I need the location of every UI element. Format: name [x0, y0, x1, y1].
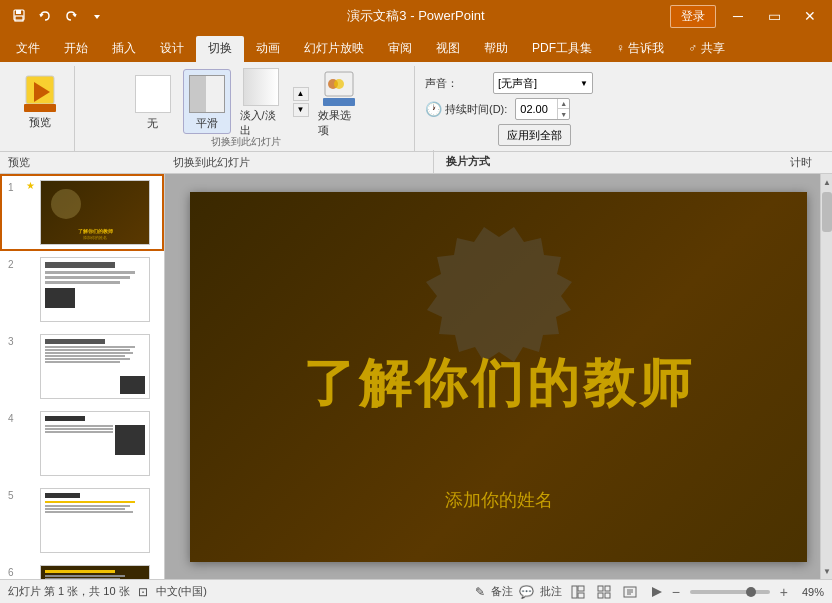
close-button[interactable]: ✕: [796, 5, 824, 27]
slide-thumb-2: [40, 257, 150, 322]
zoom-plus-button[interactable]: +: [780, 585, 788, 599]
titlebar-right: 登录 ─ ▭ ✕: [670, 5, 824, 28]
preview-label: 预览: [29, 115, 51, 130]
scrollbar-thumb-v[interactable]: [822, 192, 832, 232]
transition-slide-icon: [189, 74, 225, 114]
transition-none-button[interactable]: 无: [129, 69, 177, 134]
svg-rect-1: [16, 10, 21, 14]
normal-view-button[interactable]: [568, 582, 588, 602]
duration-label-area: 🕐 持续时间(D):: [425, 101, 507, 117]
save-button[interactable]: [8, 5, 30, 27]
slide-item-4[interactable]: 4: [0, 405, 164, 482]
slide-thumb-3: [40, 334, 150, 399]
reading-view-button[interactable]: [620, 582, 640, 602]
preview-button[interactable]: 预览: [14, 68, 66, 133]
transition-nav: ▲ ▼: [293, 87, 309, 117]
clock-icon: 🕐: [425, 101, 442, 117]
tab-share[interactable]: ♂ 共享: [676, 36, 736, 62]
tab-pdf[interactable]: PDF工具集: [520, 36, 604, 62]
duration-down-arrow[interactable]: ▼: [557, 109, 569, 119]
quick-access-toolbar: [8, 5, 108, 27]
zoom-thumb[interactable]: [746, 587, 756, 597]
transition-fade-icon: [243, 68, 279, 106]
transition-none-label: 无: [147, 116, 158, 131]
comments-label[interactable]: 批注: [540, 584, 562, 599]
undo-button[interactable]: [34, 5, 56, 27]
slide-number-2: 2: [8, 257, 22, 270]
apply-all-button[interactable]: 应用到全部: [498, 124, 571, 146]
transition-fade-button[interactable]: 淡入/淡出: [237, 69, 285, 134]
svg-marker-23: [652, 587, 662, 597]
svg-point-9: [334, 79, 344, 89]
slide-item-2[interactable]: 2: [0, 251, 164, 328]
redo-button[interactable]: [60, 5, 82, 27]
transition-fade-label: 淡入/淡出: [240, 108, 282, 138]
transition-next-button[interactable]: ▼: [293, 103, 309, 117]
svg-rect-13: [578, 586, 584, 591]
notes-icon: ✎: [475, 585, 485, 599]
language-label: 中文(中国): [156, 584, 207, 599]
tab-review[interactable]: 审阅: [376, 36, 424, 62]
slide-item-5[interactable]: 5: [0, 482, 164, 559]
sound-label: 声音：: [425, 76, 485, 91]
slide-number-6: 6: [8, 565, 22, 578]
tab-home[interactable]: 开始: [52, 36, 100, 62]
transition-none-icon: [135, 74, 171, 114]
slide-number-4: 4: [8, 411, 22, 424]
tab-design[interactable]: 设计: [148, 36, 196, 62]
statusbar-left: 幻灯片 第 1 张，共 10 张 ⊡ 中文(中国): [8, 584, 207, 599]
tab-tell-me[interactable]: ♀ 告诉我: [604, 36, 676, 62]
svg-rect-18: [605, 593, 610, 598]
zoom-level[interactable]: 49%: [794, 586, 824, 598]
slide-sorter-button[interactable]: [594, 582, 614, 602]
preview-icon: [22, 73, 58, 113]
transitions-group-label: 切换到此幻灯片: [211, 135, 281, 151]
slideshow-view-button[interactable]: [646, 582, 666, 602]
statusbar: 幻灯片 第 1 张，共 10 张 ⊡ 中文(中国) ✎ 备注 💬 批注 − + …: [0, 579, 832, 603]
zoom-slider[interactable]: [690, 590, 770, 594]
window-title: 演示文稿3 - PowerPoint: [347, 7, 484, 25]
ribbon-group-transitions: 无 平滑 淡入/淡出: [77, 66, 415, 151]
tab-insert[interactable]: 插入: [100, 36, 148, 62]
duration-row: 🕐 持续时间(D): 02.00 ▲ ▼: [425, 98, 818, 120]
tab-help[interactable]: 帮助: [472, 36, 520, 62]
minimize-button[interactable]: ─: [724, 5, 752, 27]
duration-spinbox[interactable]: 02.00 ▲ ▼: [515, 98, 570, 120]
slide-thumb-5: [40, 488, 150, 553]
titlebar-left: [8, 5, 108, 27]
slide-thumb-6: [40, 565, 150, 579]
svg-rect-15: [598, 586, 603, 591]
sound-select[interactable]: [无声音] ▼: [493, 72, 593, 94]
tab-slideshow[interactable]: 幻灯片放映: [292, 36, 376, 62]
restore-button[interactable]: ▭: [760, 5, 788, 27]
svg-marker-3: [94, 15, 100, 19]
titlebar: 演示文稿3 - PowerPoint 登录 ─ ▭ ✕: [0, 0, 832, 32]
tab-animations[interactable]: 动画: [244, 36, 292, 62]
vertical-scrollbar[interactable]: ▲ ▼: [820, 174, 832, 579]
effect-options-button[interactable]: 效果选项: [315, 69, 363, 134]
scroll-down-arrow[interactable]: ▼: [821, 563, 832, 579]
slide-item-1[interactable]: 1 ★ 了解你们的教师 添加你的姓名: [0, 174, 164, 251]
apply-all-row: 应用到全部: [425, 124, 818, 146]
tab-transitions[interactable]: 切换: [196, 36, 244, 62]
duration-up-arrow[interactable]: ▲: [557, 99, 569, 109]
transition-prev-button[interactable]: ▲: [293, 87, 309, 101]
switch-section-label: 切换到此幻灯片: [165, 155, 258, 170]
slide-item-3[interactable]: 3: [0, 328, 164, 405]
slide-canvas: 了解你们的教师 添加你的姓名: [190, 192, 807, 562]
tab-file[interactable]: 文件: [4, 36, 52, 62]
transition-slide-button[interactable]: 平滑: [183, 69, 231, 134]
notes-label[interactable]: 备注: [491, 584, 513, 599]
effect-options-icon: [321, 68, 357, 106]
slide-item-6[interactable]: 6: [0, 559, 164, 579]
svg-rect-12: [572, 586, 577, 598]
zoom-minus-button[interactable]: −: [672, 585, 680, 599]
scroll-up-arrow[interactable]: ▲: [821, 174, 832, 190]
customize-button[interactable]: [86, 5, 108, 27]
statusbar-right: ✎ 备注 💬 批注 − + 49%: [475, 582, 824, 602]
tab-view[interactable]: 视图: [424, 36, 472, 62]
ribbon-content: 预览 无 平滑: [0, 62, 832, 152]
duration-arrows: ▲ ▼: [557, 99, 569, 119]
timing-section-label: 计时: [770, 155, 832, 170]
login-button[interactable]: 登录: [670, 5, 716, 28]
